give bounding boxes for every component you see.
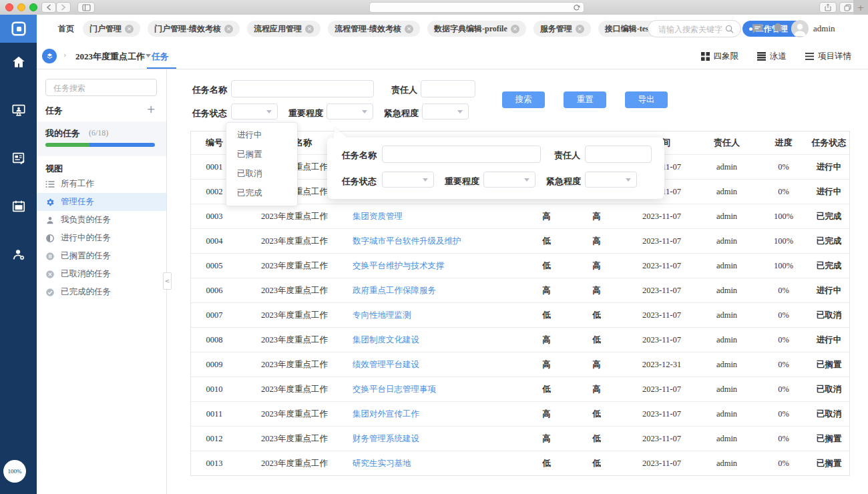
sidebar-view-6[interactable]: 已完成的任务 <box>37 283 166 301</box>
table-row[interactable]: 00092023年度重点工作绩效管理平台建设高高2023-12-31admin0… <box>191 352 849 377</box>
task-name-link[interactable]: 集团对外宣传工作 <box>351 409 528 420</box>
search-icon[interactable] <box>725 25 734 33</box>
task-name-link[interactable]: 交换平台日志管理事项 <box>351 384 528 395</box>
reset-button[interactable]: 重置 <box>564 91 606 108</box>
export-button[interactable]: 导出 <box>625 91 668 108</box>
zoom-window-button[interactable] <box>29 3 37 11</box>
app-tab-6[interactable]: 服务管理× <box>533 21 591 37</box>
popup-importance-label: 重要程度 <box>445 176 479 188</box>
avatar[interactable] <box>791 20 809 37</box>
table-cell: admin <box>695 310 758 320</box>
news-icon[interactable] <box>11 151 26 166</box>
table-cell: 100% <box>758 236 809 246</box>
view-switch-0[interactable]: 四象限 <box>701 51 739 62</box>
filter-owner-input[interactable] <box>421 81 475 97</box>
task-name-link[interactable]: 交换平台维护与技术支撑 <box>351 260 528 272</box>
status-option-2[interactable]: 已取消 <box>226 164 297 184</box>
popup-urgency-select[interactable] <box>585 172 637 188</box>
avatar-icon <box>791 20 809 37</box>
filter-urgency-label: 紧急程度 <box>384 107 419 119</box>
calendar-icon[interactable] <box>11 199 26 214</box>
status-option-1[interactable]: 已搁置 <box>226 145 297 164</box>
app-tab-4[interactable]: 流程管理-绩效考核× <box>328 21 420 37</box>
table-row[interactable]: 00112023年度重点工作集团对外宣传工作高低2023-11-07admin0… <box>191 401 849 426</box>
table-row[interactable]: 00082023年度重点工作集团制度文化建设高低2023-11-07admin0… <box>191 327 849 352</box>
table-row[interactable]: 00072023年度重点工作专向性地理监测低低2023-11-07admin0%… <box>191 302 849 327</box>
close-icon[interactable]: × <box>305 25 314 33</box>
close-icon[interactable]: × <box>405 25 413 33</box>
url-bar[interactable] <box>369 2 584 13</box>
share-button[interactable] <box>819 2 837 13</box>
sidebar-view-4[interactable]: 已搁置的任务 <box>37 247 166 265</box>
task-name-link[interactable]: 研究生实习基地 <box>351 458 528 469</box>
tab-tasks[interactable]: 任务 <box>152 51 169 63</box>
close-window-button[interactable] <box>5 3 13 11</box>
close-icon[interactable]: × <box>125 25 134 33</box>
add-task-button[interactable]: + <box>147 103 156 115</box>
app-logo[interactable] <box>0 15 37 43</box>
table-row[interactable]: 00062023年度重点工作政府重点工作保障服务高高2023-11-07admi… <box>191 278 849 302</box>
table-row[interactable]: 00032023年度重点工作集团资质管理高高2023-11-07admin100… <box>191 204 849 228</box>
task-name-link[interactable]: 绩效管理平台建设 <box>351 359 528 370</box>
home-icon[interactable] <box>11 55 26 69</box>
sidebar-view-1[interactable]: 管理任务 <box>37 193 166 211</box>
sidebar-view-3[interactable]: 进行中的任务 <box>37 229 166 247</box>
back-button[interactable] <box>41 2 56 13</box>
minimize-window-button[interactable] <box>17 3 25 11</box>
close-icon[interactable]: × <box>576 25 584 33</box>
reload-icon[interactable] <box>573 4 580 11</box>
app-tab-3[interactable]: 流程应用管理× <box>247 21 320 37</box>
popup-importance-select[interactable] <box>483 172 535 188</box>
table-row[interactable]: 00102023年度重点工作交换平台日志管理事项低高2023-11-07admi… <box>191 377 849 401</box>
popup-status-select[interactable] <box>382 172 434 188</box>
sidebar-view-2[interactable]: 我负责的任务 <box>37 211 166 229</box>
app-tab-1[interactable]: 门户管理× <box>83 21 140 37</box>
sidebar-toggle-button[interactable] <box>77 2 95 13</box>
table-cell: admin <box>695 409 758 419</box>
sidebar-view-5[interactable]: 已取消的任务 <box>37 265 166 283</box>
collapse-panel-handle[interactable]: < <box>163 272 172 290</box>
global-search-input[interactable] <box>657 23 726 36</box>
close-icon[interactable]: × <box>224 25 233 33</box>
my-tasks-item[interactable]: 我的任务 (6/18) <box>37 121 166 156</box>
monitor-user-icon[interactable] <box>11 103 26 117</box>
task-name-link[interactable]: 政府重点工作保障服务 <box>351 285 528 296</box>
notification-icon[interactable] <box>773 23 783 34</box>
app-tab-0[interactable]: 首页 <box>57 21 75 37</box>
table-row[interactable]: 00042023年度重点工作数字城市平台软件升级及维护低高2023-11-07a… <box>191 228 849 253</box>
popup-owner-input[interactable] <box>586 146 651 162</box>
task-name-link[interactable]: 专向性地理监测 <box>351 310 528 321</box>
chevron-down-icon[interactable] <box>146 54 151 57</box>
close-icon[interactable]: × <box>511 25 519 33</box>
filter-urgency-select[interactable] <box>422 103 469 119</box>
task-name-link[interactable]: 集团制度文化建设 <box>351 334 528 346</box>
filter-status-select[interactable] <box>231 103 278 119</box>
table-row[interactable]: 00132023年度重点工作研究生实习基地低低2023-11-07admin0%… <box>191 451 849 475</box>
app-tab-2[interactable]: 门户管理-绩效考核× <box>148 21 240 37</box>
popup-task-name-input[interactable] <box>383 146 540 162</box>
task-search-input[interactable] <box>52 81 152 95</box>
filter-importance-select[interactable] <box>327 103 373 119</box>
task-name-link[interactable]: 数字城市平台软件升级及维护 <box>351 236 528 247</box>
sidebar-view-0[interactable]: 所有工作 <box>37 175 166 193</box>
status-option-0[interactable]: 进行中 <box>226 126 297 145</box>
table-row[interactable]: 00052023年度重点工作交换平台维护与技术支撑低高2023-11-07adm… <box>191 253 849 278</box>
user-settings-icon[interactable] <box>11 247 26 262</box>
forward-button[interactable] <box>56 2 71 13</box>
status-option-3[interactable]: 已完成 <box>226 184 297 203</box>
new-tab-button[interactable]: + <box>853 0 868 15</box>
table-cell: 高 <box>528 409 565 420</box>
table-row[interactable]: 00122023年度重点工作财务管理系统建设高低2023-11-07admin0… <box>191 426 849 451</box>
view-switch-2[interactable]: 项目详情 <box>805 51 851 62</box>
project-title[interactable]: 2023年度重点工作 <box>75 51 145 63</box>
task-name-link[interactable]: 集团资质管理 <box>351 211 528 222</box>
view-switch-1[interactable]: 泳道 <box>757 51 787 62</box>
message-icon[interactable] <box>752 23 763 34</box>
progress-blue-segment <box>89 143 155 147</box>
search-button[interactable]: 搜索 <box>502 91 545 108</box>
project-icon[interactable] <box>42 49 57 63</box>
filter-task-name-input[interactable] <box>232 81 373 97</box>
app-tab-label: 门户管理 <box>89 23 122 35</box>
task-name-link[interactable]: 财务管理系统建设 <box>351 433 528 445</box>
app-tab-5[interactable]: 数据字典编辑-profile× <box>427 21 526 37</box>
